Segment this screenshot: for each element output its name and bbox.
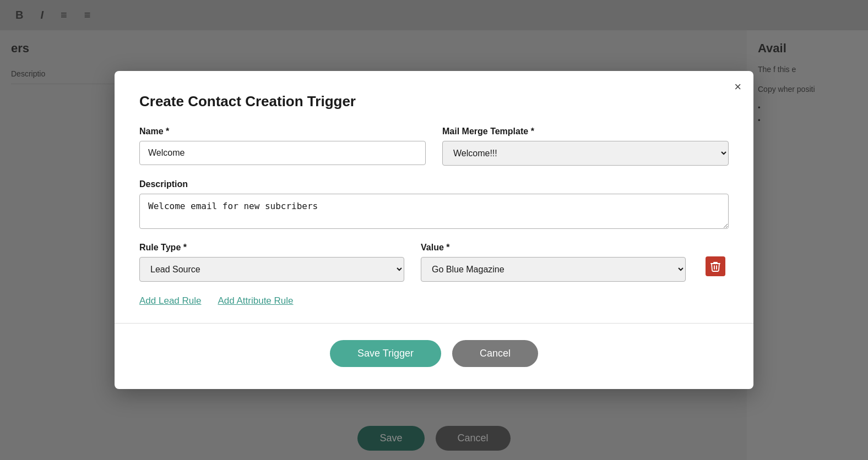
description-row: Description Welcome email for new subcri…: [139, 179, 729, 229]
rule-type-select[interactable]: Lead Source Attribute Tag: [139, 257, 404, 282]
modal-divider: [115, 323, 753, 324]
add-rule-row: Add Lead Rule Add Attribute Rule: [139, 295, 729, 306]
rule-type-label: Rule Type *: [139, 243, 404, 253]
mail-merge-field: Mail Merge Template * Welcome!!! Templat…: [442, 127, 729, 166]
mail-merge-label: Mail Merge Template *: [442, 127, 729, 136]
modal-actions: Save Trigger Cancel: [139, 340, 729, 367]
name-input[interactable]: [139, 141, 426, 165]
value-select[interactable]: Go Blue Magazine Option 2 Option 3: [421, 257, 686, 282]
value-field: Value * Go Blue Magazine Option 2 Option…: [421, 243, 686, 282]
mail-merge-select[interactable]: Welcome!!! Template 2 Template 3: [442, 141, 729, 166]
rule-row: Rule Type * Lead Source Attribute Tag Va…: [139, 243, 729, 282]
delete-button-container: [702, 243, 729, 282]
save-trigger-button[interactable]: Save Trigger: [330, 340, 441, 367]
modal-overlay: × Create Contact Creation Trigger Name *…: [0, 0, 868, 460]
cancel-button[interactable]: Cancel: [452, 340, 538, 367]
value-label: Value *: [421, 243, 686, 253]
description-textarea[interactable]: Welcome email for new subcribers: [139, 194, 729, 229]
trash-icon: [710, 261, 720, 272]
description-field: Description Welcome email for new subcri…: [139, 179, 729, 229]
name-field: Name *: [139, 127, 426, 166]
name-label: Name *: [139, 127, 426, 136]
add-attribute-rule-button[interactable]: Add Attribute Rule: [218, 295, 293, 306]
modal-dialog: × Create Contact Creation Trigger Name *…: [115, 71, 753, 389]
modal-close-button[interactable]: ×: [734, 81, 741, 93]
description-label: Description: [139, 179, 729, 189]
name-template-row: Name * Mail Merge Template * Welcome!!! …: [139, 127, 729, 166]
add-lead-rule-button[interactable]: Add Lead Rule: [139, 295, 201, 306]
rule-type-field: Rule Type * Lead Source Attribute Tag: [139, 243, 404, 282]
modal-title: Create Contact Creation Trigger: [139, 93, 729, 110]
delete-icon: [706, 256, 725, 276]
delete-rule-button[interactable]: [702, 253, 729, 280]
